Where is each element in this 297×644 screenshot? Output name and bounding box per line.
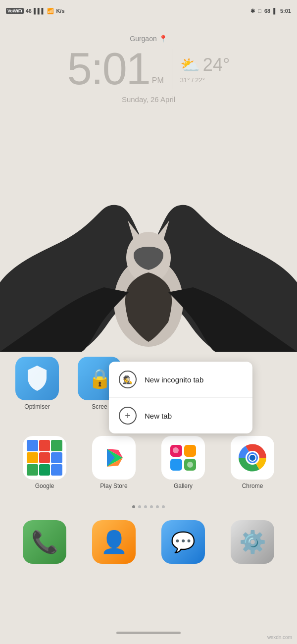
phone-icon[interactable]: 📞 <box>23 520 66 564</box>
app-item-gallery[interactable]: Gallery <box>156 436 210 489</box>
context-menu: 🕵 New incognito tab + New tab <box>109 362 252 433</box>
weather-block: ⛅ 24° 31° / 22° <box>180 54 230 84</box>
svg-rect-11 <box>170 459 182 471</box>
location-icon: 📍 <box>159 35 167 43</box>
app-item-optimiser[interactable]: Optimiser <box>10 357 64 410</box>
status-left: VoWiFi 46 ▌▌▌ 📶 K/s <box>6 8 65 14</box>
incognito-label: New incognito tab <box>145 376 203 384</box>
temp-range: 31° / 22° <box>180 76 205 84</box>
google-icon[interactable] <box>23 436 66 480</box>
home-indicator[interactable] <box>116 632 181 634</box>
gallery-icon[interactable] <box>161 436 205 480</box>
weather-icon: ⛅ <box>180 55 200 74</box>
clock-time: 5:01 <box>280 8 291 14</box>
svg-point-13 <box>173 447 179 453</box>
date-label: Sunday, 26 April <box>122 95 175 104</box>
ampm-label: PM <box>152 76 164 85</box>
gallery-label: Gallery <box>174 483 193 489</box>
new-tab-button[interactable]: + New tab <box>109 398 252 433</box>
page-dot-5 <box>156 505 159 508</box>
contacts-icon[interactable]: 👤 <box>92 520 136 564</box>
plus-icon: + <box>119 407 137 425</box>
settings-icon[interactable]: ⚙️ <box>231 520 274 564</box>
battery-icon: ▌ <box>273 8 277 14</box>
page-indicator <box>0 505 297 508</box>
messages-icon[interactable]: 💬 <box>161 520 205 564</box>
svg-point-19 <box>249 455 255 461</box>
svg-rect-10 <box>184 445 196 457</box>
page-dot-2 <box>138 505 141 508</box>
screen-label: Scree <box>92 403 107 410</box>
optimiser-icon[interactable] <box>15 357 59 400</box>
bluetooth-icon: ✱ <box>250 8 255 14</box>
incognito-icon: 🕵 <box>119 371 137 388</box>
playstore-icon[interactable] <box>92 436 136 480</box>
page-dot-4 <box>150 505 153 508</box>
dock-messages[interactable]: 💬 <box>156 520 210 564</box>
signal-bars-icon: ▌▌▌ <box>34 8 45 14</box>
temperature: 24° <box>203 54 230 75</box>
status-bar: VoWiFi 46 ▌▌▌ 📶 K/s ✱ □ 68 ▌ 5:01 <box>0 0 297 22</box>
watermark: wsxdn.com <box>267 635 292 640</box>
status-right: ✱ □ 68 ▌ 5:01 <box>250 8 291 14</box>
dock-settings[interactable]: ⚙️ <box>225 520 280 564</box>
dock-phone[interactable]: 📞 <box>17 520 72 564</box>
data-speed: K/s <box>56 8 64 14</box>
clock-widget: Gurgaon 📍 5:01 PM ⛅ 24° 31° / 22° Sunday… <box>0 35 297 104</box>
app-item-playstore[interactable]: Play Store <box>87 436 141 489</box>
app-item-chrome[interactable]: Chrome <box>225 436 280 489</box>
app-item-google[interactable]: Google <box>17 436 72 489</box>
dock: 📞 👤 💬 ⚙️ <box>0 520 297 564</box>
signal-strength: 46 <box>26 8 32 14</box>
google-label: Google <box>35 483 54 489</box>
location-row: Gurgaon 📍 <box>130 35 167 43</box>
weather-top: ⛅ 24° <box>180 54 230 75</box>
incognito-tab-button[interactable]: 🕵 New incognito tab <box>109 362 252 398</box>
page-dot-1 <box>132 505 135 508</box>
page-dot-6 <box>162 505 165 508</box>
svg-point-14 <box>187 462 193 468</box>
batman-wallpaper <box>0 193 297 352</box>
vowifi-indicator: VoWiFi <box>6 8 24 14</box>
vibrate-icon: □ <box>258 8 261 14</box>
clock-row: 5:01 PM ⛅ 24° 31° / 22° <box>67 47 230 91</box>
playstore-label: Play Store <box>100 483 127 489</box>
location-name: Gurgaon <box>130 35 156 43</box>
dock-contacts[interactable]: 👤 <box>87 520 141 564</box>
chrome-label: Chrome <box>242 483 263 489</box>
optimiser-label: Optimiser <box>24 403 50 410</box>
app-grid-row2: Google Play Store Gallery <box>0 436 297 489</box>
battery-level: 68 <box>264 8 270 14</box>
main-clock: 5:01 <box>67 47 150 91</box>
page-dot-3 <box>144 505 147 508</box>
chrome-icon[interactable] <box>231 436 274 480</box>
new-tab-label: New tab <box>145 412 172 420</box>
wifi-icon: 📶 <box>47 8 54 14</box>
clock-divider <box>172 49 172 89</box>
